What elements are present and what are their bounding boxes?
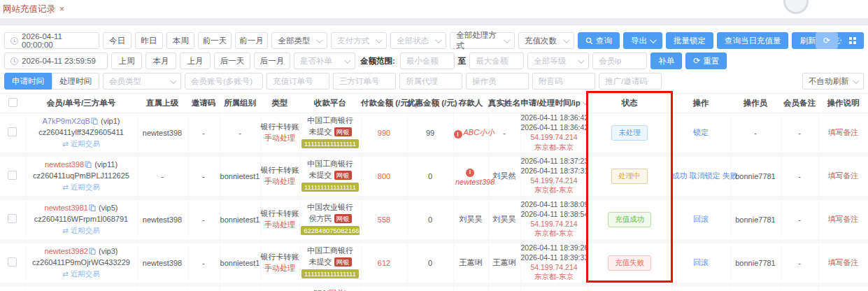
- recent-trades-link[interactable]: ⇄ 近期交易: [26, 225, 137, 236]
- copy-icon[interactable]: [91, 118, 98, 125]
- apply-time: 2026-04-11 18:36:42: [521, 113, 588, 123]
- member-cell: newtest3982 (vip3)cz260411P9mOjrWG433229…: [25, 243, 137, 283]
- row-checkbox[interactable]: [8, 171, 17, 180]
- process-time-tab[interactable]: 处理时间: [52, 73, 99, 90]
- end-datetime-input[interactable]: 2026-04-11 23:59:59: [4, 52, 108, 69]
- auto-refresh-select[interactable]: 不自动刷新: [802, 73, 864, 90]
- row-checkbox[interactable]: [8, 257, 17, 267]
- invite-code: -: [187, 113, 220, 152]
- filter-input[interactable]: 操作员: [466, 73, 529, 90]
- quick-range-后一天[interactable]: 后一天: [214, 52, 250, 69]
- copy-icon[interactable]: [89, 204, 96, 211]
- quick-range-前一月[interactable]: 前一月: [235, 32, 269, 49]
- member-note: -: [781, 200, 818, 239]
- filter-input[interactable]: 推广/邀请码: [599, 73, 662, 90]
- filter-input[interactable]: 附言码: [532, 73, 595, 90]
- grid-icon: [849, 37, 856, 44]
- member-name-link[interactable]: newtest3981: [45, 204, 88, 212]
- platform-bank: 中国工商银行: [300, 115, 361, 127]
- quick-range-后一月[interactable]: 后一月: [254, 52, 290, 69]
- min-amount-input[interactable]: 最小金额: [400, 52, 455, 69]
- reset-button[interactable]: ⟳ 重置: [685, 52, 727, 69]
- quick-range-今日[interactable]: 今日: [103, 32, 131, 49]
- order-number: cz260411uqPmBPLJ112625: [26, 171, 137, 182]
- batch-lock-button[interactable]: 批量锁定: [666, 32, 713, 49]
- recent-trades-link[interactable]: ⇄ 近期交易: [26, 269, 137, 279]
- member-type-select[interactable]: 会员类型: [103, 73, 181, 90]
- copy-icon[interactable]: [89, 248, 96, 255]
- action-link-取消锁定[interactable]: 取消锁定: [690, 171, 720, 180]
- order-number: cz260411P9mOjrWG433229: [26, 257, 137, 269]
- tabbar-divider: [0, 18, 868, 25]
- ip-address[interactable]: 54.199.74.214: [521, 176, 588, 186]
- member-note: -: [781, 113, 818, 152]
- export-button[interactable]: 导出: [623, 32, 662, 49]
- is-supplement-select[interactable]: 是否补单: [294, 52, 355, 69]
- ip-address[interactable]: 54.199.74.214: [521, 220, 588, 229]
- quick-range-上周[interactable]: 上周: [111, 52, 142, 69]
- row-checkbox[interactable]: [8, 214, 17, 223]
- supplement-order-button[interactable]: 补单: [650, 52, 682, 69]
- table-row: A7kP9mX2qB (vip1)cz260411ylff34Z9605411⇄…: [0, 113, 868, 152]
- tab-label: 网站充值记录: [3, 3, 55, 15]
- operator: bonnie7781: [730, 157, 781, 196]
- quick-range-前一天[interactable]: 前一天: [198, 32, 232, 49]
- action-link-成功[interactable]: 成功: [672, 171, 688, 180]
- quick-range-本月[interactable]: 本月: [145, 52, 176, 69]
- filter-input[interactable]: 所属代理: [399, 73, 462, 90]
- to-label: 至: [458, 56, 467, 66]
- row-checkbox[interactable]: [8, 127, 17, 136]
- start-datetime-input[interactable]: 2026-04-11 00:00:00: [4, 32, 99, 49]
- vip-level: (vip5): [97, 204, 118, 212]
- ip-address[interactable]: 54.199.74.214: [521, 263, 588, 273]
- max-amount-input[interactable]: 最大金额: [469, 52, 524, 69]
- write-note-link[interactable]: 填写备注: [828, 215, 859, 223]
- filter-input[interactable]: 充值订单号: [266, 73, 329, 90]
- ip-address[interactable]: 54.199.74.214: [521, 133, 588, 143]
- recent-trades-link[interactable]: ⇄ 近期交易: [26, 139, 137, 149]
- write-note-link[interactable]: 填写备注: [828, 258, 859, 267]
- write-note-link[interactable]: 填写备注: [828, 171, 859, 180]
- apply-time-tab[interactable]: 申请时间: [4, 73, 52, 90]
- real-name: 王蕙琍: [488, 243, 520, 283]
- apply-time: 2026-04-11 18:38:09: [521, 200, 588, 210]
- action-link-回滚[interactable]: 回滚: [693, 215, 709, 223]
- member-ip-input[interactable]: 会员ip: [592, 52, 647, 69]
- level-select[interactable]: 全部等级: [527, 52, 589, 69]
- discount-amount: 0: [407, 243, 453, 283]
- action-link-回滚[interactable]: 回滚: [693, 258, 709, 267]
- chevron-down-icon[interactable]: [583, 99, 588, 105]
- ip-region: 东京都-东京: [521, 272, 588, 282]
- status-badge: 未处理: [611, 125, 648, 141]
- discount-amount: 0: [407, 200, 453, 239]
- member-name-link[interactable]: newtest3982: [45, 247, 88, 255]
- action-link-锁定[interactable]: 锁定: [693, 128, 709, 136]
- filter-select[interactable]: 支付方式: [331, 32, 387, 49]
- filter-select[interactable]: 全部状态: [390, 32, 446, 49]
- tab-close-icon[interactable]: ×: [59, 4, 64, 14]
- filter-select[interactable]: 全部处理方式: [450, 32, 515, 49]
- filter-input[interactable]: 三方订单号: [333, 73, 396, 90]
- records-table: 会员/单号/三方单号直属上级邀请码所属组别类型收款平台付款金额 (/元)优惠金额…: [0, 93, 868, 291]
- member-name-link[interactable]: A7kP9mX2qB: [42, 117, 90, 125]
- select-all-checkbox[interactable]: [8, 98, 17, 107]
- tab-site-recharge-records[interactable]: 网站充值记录 ×: [3, 3, 64, 15]
- grid-view-button[interactable]: [841, 32, 864, 49]
- query-button[interactable]: 查询: [578, 32, 620, 49]
- refresh-icon-button[interactable]: ⟳: [816, 32, 838, 49]
- type-cell: 银行卡转账手动处理: [260, 200, 299, 239]
- filter-select[interactable]: 充值次数: [518, 32, 574, 49]
- filter-select[interactable]: 全部类型: [271, 32, 327, 49]
- channel-badge: 网银: [334, 214, 352, 223]
- quick-range-本周[interactable]: 本周: [166, 32, 194, 49]
- recent-trades-link[interactable]: ⇄ 近期交易: [26, 182, 137, 192]
- copy-icon[interactable]: [85, 161, 92, 168]
- write-note-link[interactable]: 填写备注: [828, 128, 859, 136]
- order-number: cz2604116WFrpm1l068791: [26, 214, 137, 225]
- member-name-link[interactable]: newtest398: [45, 160, 84, 169]
- group: bonnietest1: [220, 243, 260, 283]
- query-today-recharge-button[interactable]: 查询当日充值量: [717, 32, 789, 49]
- quick-range-上月[interactable]: 上月: [180, 52, 211, 69]
- filter-input[interactable]: 会员账号(多账号): [185, 73, 263, 90]
- quick-range-昨日[interactable]: 昨日: [135, 32, 163, 49]
